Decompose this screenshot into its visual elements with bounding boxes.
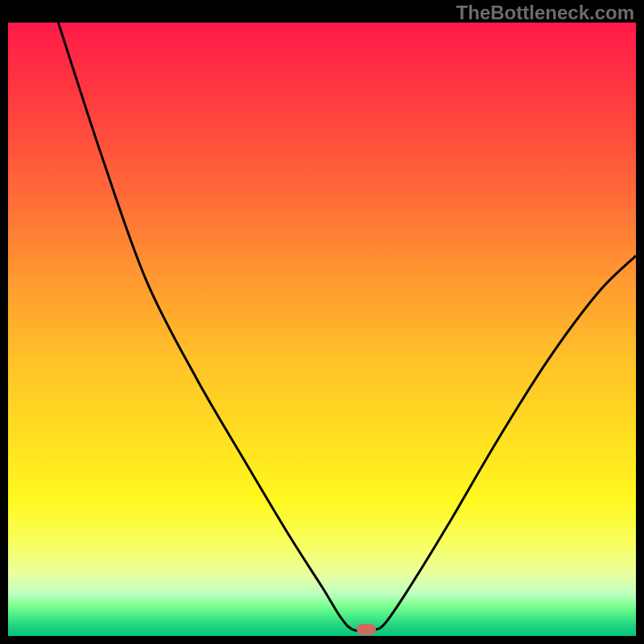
optimal-point-marker	[357, 624, 376, 635]
watermark-label: TheBottleneck.com	[456, 2, 634, 24]
bottleneck-curve-svg	[8, 23, 636, 636]
bottleneck-curve-path	[58, 23, 636, 631]
chart-plot-area	[8, 23, 636, 636]
